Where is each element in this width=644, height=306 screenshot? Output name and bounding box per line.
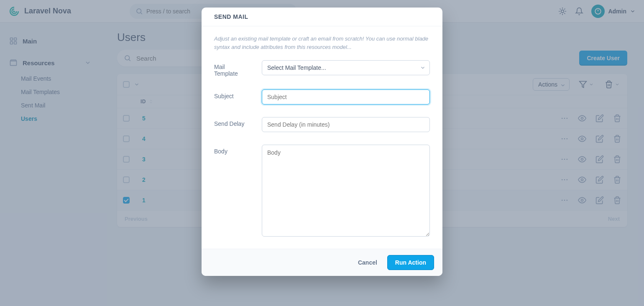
field-body: Body	[214, 145, 430, 238]
run-action-button[interactable]: Run Action	[387, 255, 434, 270]
field-template: Mail Template Select Mail Template...	[214, 60, 430, 77]
modal-description: Adjust an existing mail template or craf…	[214, 35, 430, 51]
subject-input[interactable]	[262, 89, 430, 105]
template-select[interactable]: Select Mail Template...	[262, 60, 430, 75]
subject-label: Subject	[214, 89, 248, 99]
modal-title: SEND MAIL	[202, 8, 442, 26]
delay-label: Send Delay	[214, 117, 248, 127]
modal-footer: Cancel Run Action	[202, 249, 442, 276]
body-textarea[interactable]	[262, 145, 430, 237]
modal-body: Adjust an existing mail template or craf…	[202, 26, 442, 249]
field-subject: Subject	[214, 89, 430, 105]
field-delay: Send Delay	[214, 117, 430, 132]
template-label: Mail Template	[214, 60, 248, 77]
send-mail-modal: SEND MAIL Adjust an existing mail templa…	[202, 8, 442, 276]
body-label: Body	[214, 145, 248, 155]
delay-input[interactable]	[262, 117, 430, 132]
cancel-button[interactable]: Cancel	[352, 255, 383, 270]
modal-overlay[interactable]: SEND MAIL Adjust an existing mail templa…	[0, 0, 644, 306]
